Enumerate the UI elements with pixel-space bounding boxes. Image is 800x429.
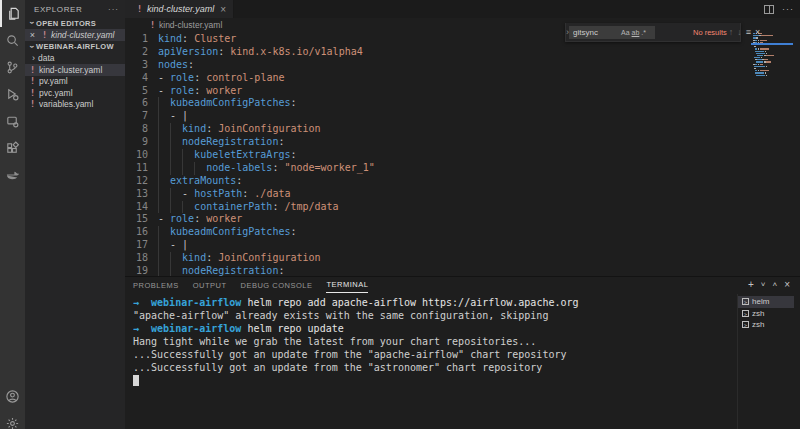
find-widget: › Aaab.* No results ↑↓≡×	[565, 23, 741, 42]
whole-word-toggle[interactable]: ab	[632, 29, 640, 36]
code-editor[interactable]: 1kind: Cluster2apiVersion: kind.x-k8s.io…	[125, 31, 800, 276]
terminal-label: zsh	[752, 309, 764, 318]
next-match-icon[interactable]: ↓	[737, 27, 742, 37]
match-case-toggle[interactable]: Aa	[621, 29, 630, 36]
file-item-pv-yaml[interactable]: !pv.yaml	[25, 76, 125, 88]
item-label: pvc.yaml	[39, 88, 73, 98]
code-token: :	[290, 97, 296, 108]
close-icon[interactable]: ×	[755, 27, 760, 37]
run-debug-icon	[5, 87, 20, 102]
activity-run-debug[interactable]	[0, 81, 25, 108]
code-line-15: 15- role: worker	[125, 213, 750, 226]
code-line-17: 17- |	[125, 239, 750, 252]
file-item-kind-cluster-yaml[interactable]: !kind-cluster.yaml	[25, 64, 125, 76]
activity-source-control[interactable]	[0, 54, 25, 81]
minimap-line	[753, 46, 791, 47]
activity-remote-explorer[interactable]	[0, 108, 25, 135]
split-editor-icon[interactable]	[764, 5, 774, 14]
code-line-2: 2apiVersion: kind.x-k8s.io/v1alpha4	[125, 46, 750, 59]
tab-close-icon[interactable]: ×	[220, 4, 226, 15]
file-item-pvc-yaml[interactable]: !pvc.yaml	[25, 87, 125, 99]
minimap-highlight	[751, 43, 793, 45]
line-number: 6	[125, 97, 148, 110]
section-header-open-editors[interactable]: ›OPEN EDITORS	[25, 17, 125, 29]
indent-guide	[158, 239, 170, 252]
activity-extensions[interactable]	[0, 135, 25, 162]
activity-explorer[interactable]	[0, 0, 25, 27]
panel-tab-problems[interactable]: PROBLEMS	[133, 277, 179, 293]
code-token: hostPath	[194, 188, 242, 199]
find-in-selection-icon[interactable]: ≡	[746, 27, 751, 37]
terminal-line: "apache-airflow" already exists with the…	[133, 309, 730, 322]
code-line-9: 9nodeRegistration:	[125, 136, 750, 149]
code-token: :	[188, 59, 194, 70]
line-number: 12	[125, 175, 148, 188]
regex-toggle[interactable]: .*	[641, 29, 646, 36]
indent-guide	[158, 123, 182, 136]
code-token: apiVersion	[158, 46, 218, 57]
file-item-variables-yaml[interactable]: !variables.yaml	[25, 99, 125, 111]
item-label: kind-cluster.yaml	[39, 65, 102, 75]
yaml-file-icon: !	[29, 88, 36, 98]
panel-tab-debug-console[interactable]: DEBUG CONSOLE	[241, 277, 313, 293]
terminal-dropdown-icon[interactable]: ˅	[761, 280, 766, 290]
folder-item-data[interactable]: ›data	[25, 53, 125, 65]
account-icon	[5, 389, 20, 404]
minimap-line	[753, 72, 791, 73]
new-terminal-icon[interactable]: +	[748, 280, 754, 290]
code-token: node-labels	[206, 162, 272, 173]
code-token: role	[170, 72, 194, 83]
code-token: role	[170, 213, 194, 224]
code-token: -	[158, 85, 170, 96]
code-token: kind	[158, 33, 182, 44]
terminal-line: Hang tight while we grab the latest from…	[133, 335, 730, 348]
remote-explorer-icon	[5, 114, 20, 129]
close-icon[interactable]: ×	[28, 30, 37, 40]
activity-docker[interactable]	[0, 162, 25, 189]
maximize-panel-icon[interactable]: ˄	[772, 280, 777, 290]
section-header-webinar-airflow[interactable]: ›WEBINAR-AIRFLOW	[25, 41, 125, 53]
line-number: 16	[125, 226, 148, 239]
panel-tab-output[interactable]: OUTPUT	[193, 277, 227, 293]
terminal-list-item-zsh[interactable]: >zsh	[738, 308, 794, 320]
item-label: variables.yaml	[39, 99, 93, 109]
minimap-line	[753, 40, 791, 41]
code-line-3: 3nodes:	[125, 59, 750, 72]
code-token: -	[182, 188, 194, 199]
terminal-icon: >	[742, 310, 749, 317]
chevron-right-icon: ›	[29, 53, 38, 63]
minimap-line	[753, 53, 791, 54]
code-line-5: 5- role: worker	[125, 85, 750, 98]
tab-label: kind-cluster.yaml	[147, 4, 214, 14]
docker-icon	[5, 168, 20, 183]
activity-account[interactable]	[0, 383, 25, 410]
terminal-line: → webinar-airflow helm repo update	[133, 322, 730, 335]
close-panel-icon[interactable]: ×	[784, 280, 790, 290]
minimap-line	[753, 37, 791, 38]
activity-settings[interactable]	[0, 410, 25, 429]
sidebar-more-actions[interactable]: ···	[108, 5, 119, 17]
terminal-line: ...Successfully got an update from the "…	[133, 348, 730, 361]
terminal-list-item-helm[interactable]: >helm	[738, 296, 794, 308]
code-token: nodeRegistration	[182, 265, 278, 276]
panel-tab-terminal[interactable]: TERMINAL	[326, 277, 368, 293]
code-token: - |	[170, 239, 188, 250]
tab-kind-cluster-yaml[interactable]: ! kind-cluster.yaml ×	[125, 0, 234, 18]
code-token: kind.x-k8s.io/v1alpha4	[224, 46, 362, 57]
file-item-kind-cluster-yaml[interactable]: ×!kind-cluster.yaml	[25, 29, 125, 41]
minimap-line	[753, 61, 791, 62]
editor-more-actions-icon[interactable]: ···	[782, 4, 794, 14]
indent-guide	[158, 97, 170, 110]
line-number: 3	[125, 59, 148, 72]
code-token: -	[158, 72, 170, 83]
explorer-sidebar: EXPLORER ··· ›OPEN EDITORS×!kind-cluster…	[25, 0, 125, 429]
minimap[interactable]	[753, 33, 791, 77]
terminal[interactable]: → webinar-airflow helm repo add apache-a…	[133, 296, 730, 429]
editor-area: ! kind-cluster.yaml × ··· ! kind-cluster…	[125, 0, 800, 429]
line-number: 10	[125, 149, 148, 162]
terminal-list-item-zsh[interactable]: >zsh	[738, 319, 794, 331]
yaml-file-icon: !	[29, 65, 36, 75]
terminal-cursor	[133, 375, 139, 386]
activity-search[interactable]	[0, 27, 25, 54]
previous-match-icon[interactable]: ↑	[729, 27, 734, 37]
